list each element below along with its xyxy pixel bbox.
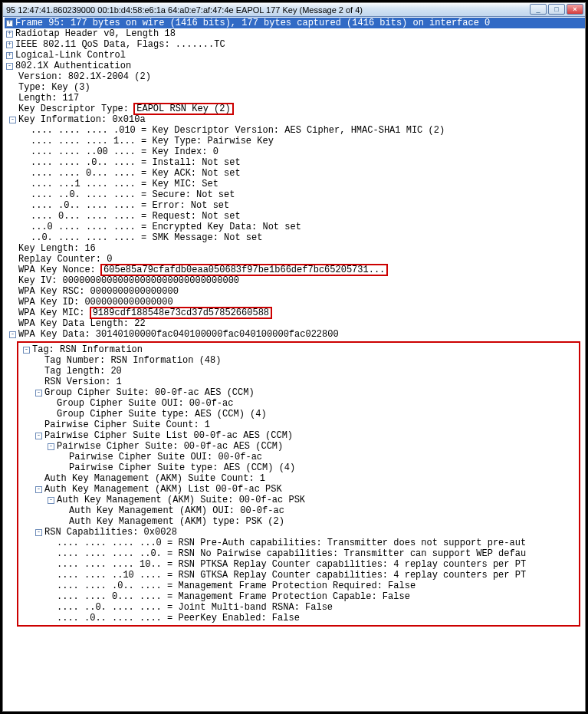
expand-icon[interactable]: + — [6, 52, 13, 59]
window-title: 95 12:47:41.860239000 00:1b:d4:58:e6:1a … — [6, 5, 363, 15]
bitfield-row[interactable]: .... ..0. .... .... = Joint Multi-band R… — [18, 602, 579, 613]
bitfield-row[interactable]: ..0. .... .... .... = SMK Message: Not s… — [5, 232, 585, 243]
bitfield-row[interactable]: .... 0... .... .... = Request: Not set — [5, 211, 585, 222]
bitfield-row[interactable]: .... ..0. .... .... = Secure: Not set — [5, 189, 585, 200]
bitfield-row[interactable]: .... .0.. .... .... = Error: Not set — [5, 200, 585, 211]
field-row[interactable]: Version: 802.1X-2004 (2) — [5, 71, 585, 82]
packet-tree[interactable]: +Frame 95: 177 bytes on wire (1416 bits)… — [3, 17, 585, 711]
field-row[interactable]: Auth Key Management (AKM) OUI: 00-0f-ac — [18, 505, 579, 516]
field-row[interactable]: Auth Key Management (AKM) type: PSK (2) — [18, 516, 579, 527]
frame-text: Frame 95: 177 bytes on wire (1416 bits),… — [15, 18, 490, 28]
keydata-row[interactable]: -WPA Key Data: 30140100000fac040100000fa… — [5, 329, 585, 340]
key-descriptor-value: EAPOL RSN Key (2) — [134, 104, 232, 114]
bitfield-row[interactable]: .... .... .... .010 = Key Descriptor Ver… — [5, 125, 585, 136]
nonce-row[interactable]: WPA Key Nonce: 605e85a79cfafdb0eaa050683… — [5, 265, 585, 275]
collapse-icon[interactable]: - — [23, 347, 30, 354]
bitfield-row[interactable]: .... .0.. .... .... = PeerKey Enabled: F… — [18, 613, 579, 624]
field-row[interactable]: Pairwise Cipher Suite type: AES (CCM) (4… — [18, 462, 579, 473]
field-row[interactable]: Group Cipher Suite OUI: 00-0f-ac — [18, 398, 579, 409]
bitfield-row[interactable]: .... .... .0.. .... = Install: Not set — [5, 157, 585, 168]
bitfield-row[interactable]: ...0 .... .... .... = Encrypted Key Data… — [5, 222, 585, 232]
bitfield-row[interactable]: .... .... .... ..0. = RSN No Pairwise ca… — [18, 548, 579, 559]
key-descriptor-row[interactable]: Key Descriptor Type: EAPOL RSN Key (2) — [5, 104, 585, 114]
field-row[interactable]: Pairwise Cipher Suite Count: 1 — [18, 420, 579, 430]
collapse-icon[interactable]: - — [35, 433, 42, 439]
field-row[interactable]: Tag Number: RSN Information (48) — [18, 355, 579, 366]
collapse-icon[interactable]: - — [9, 117, 16, 123]
rsn-tag-row[interactable]: -Tag: RSN Information — [18, 344, 579, 355]
field-row[interactable]: Key IV: 00000000000000000000000000000000 — [5, 275, 585, 286]
bitfield-row[interactable]: .... ...1 .... .... = Key MIC: Set — [5, 179, 585, 189]
collapse-icon[interactable]: - — [48, 497, 54, 504]
field-row[interactable]: RSN Version: 1 — [18, 377, 579, 387]
bitfield-row[interactable]: .... .... ..00 .... = Key Index: 0 — [5, 146, 585, 157]
rsn-highlight-box: -Tag: RSN Information Tag Number: RSN In… — [17, 341, 580, 627]
collapse-icon[interactable]: - — [35, 529, 42, 536]
collapse-icon[interactable]: - — [6, 63, 13, 70]
field-row[interactable]: Replay Counter: 0 — [5, 254, 585, 265]
collapse-icon[interactable]: - — [35, 390, 42, 396]
bitfield-row[interactable]: .... .... .... 10.. = RSN PTKSA Replay C… — [18, 559, 579, 570]
akm-row[interactable]: -Auth Key Management (AKM) Suite: 00-0f-… — [18, 495, 579, 505]
minimize-button[interactable]: _ — [530, 4, 547, 15]
field-row[interactable]: Group Cipher Suite type: AES (CCM) (4) — [18, 409, 579, 420]
collapse-icon[interactable]: - — [35, 486, 42, 493]
expand-icon[interactable]: + — [6, 41, 13, 48]
bitfield-row[interactable]: .... .... 0... .... = Key ACK: Not set — [5, 168, 585, 179]
field-row[interactable]: WPA Key Data Length: 22 — [5, 318, 585, 329]
collapse-icon[interactable]: - — [48, 443, 54, 450]
rsn-cap-row[interactable]: -RSN Capabilities: 0x0028 — [18, 527, 579, 538]
bitfield-row[interactable]: .... .... .... ...0 = RSN Pre-Auth capab… — [18, 538, 579, 548]
field-row[interactable]: Key Length: 16 — [5, 243, 585, 254]
field-row[interactable]: WPA Key RSC: 0000000000000000 — [5, 286, 585, 297]
mic-row[interactable]: WPA Key MIC: 9189cdf188548e73cd37d578526… — [5, 308, 585, 318]
window-titlebar[interactable]: 95 12:47:41.860239000 00:1b:d4:58:e6:1a … — [3, 3, 585, 17]
ieee-row[interactable]: +IEEE 802.11 QoS Data, Flags: .......TC — [5, 39, 585, 50]
field-row[interactable]: Pairwise Cipher Suite OUI: 00-0f-ac — [18, 452, 579, 462]
frame-row[interactable]: +Frame 95: 177 bytes on wire (1416 bits)… — [5, 18, 585, 28]
bitfield-row[interactable]: .... .... .0.. .... = Management Frame P… — [18, 581, 579, 591]
akm-list-row[interactable]: -Auth Key Management (AKM) List 00-0f-ac… — [18, 484, 579, 495]
field-row[interactable]: Length: 117 — [5, 93, 585, 104]
radiotap-row[interactable]: +Radiotap Header v0, Length 18 — [5, 28, 585, 39]
close-button[interactable]: × — [567, 4, 583, 15]
gcs-row[interactable]: -Group Cipher Suite: 00-0f-ac AES (CCM) — [18, 387, 579, 398]
field-row[interactable]: Auth Key Management (AKM) Suite Count: 1 — [18, 473, 579, 484]
bitfield-row[interactable]: .... .... 0... .... = Management Frame P… — [18, 591, 579, 602]
expand-icon[interactable]: + — [6, 20, 13, 27]
field-row[interactable]: WPA Key ID: 0000000000000000 — [5, 297, 585, 308]
expand-icon[interactable]: + — [6, 31, 13, 38]
mic-value: 9189cdf188548e73cd37d57852660588 — [90, 308, 271, 318]
field-row[interactable]: Tag length: 20 — [18, 366, 579, 377]
maximize-button[interactable]: □ — [548, 4, 565, 15]
keyinfo-row[interactable]: -Key Information: 0x010a — [5, 114, 585, 125]
pcs-list-row[interactable]: -Pairwise Cipher Suite List 00-0f-ac AES… — [18, 430, 579, 441]
auth-row[interactable]: -802.1X Authentication — [5, 61, 585, 71]
bitfield-row[interactable]: .... .... ..10 .... = RSN GTKSA Replay C… — [18, 570, 579, 581]
field-row[interactable]: Type: Key (3) — [5, 82, 585, 93]
collapse-icon[interactable]: - — [9, 331, 16, 338]
nonce-value: 605e85a79cfafdb0eaa050683f97be1b66def7bc… — [101, 265, 387, 275]
llc-row[interactable]: +Logical-Link Control — [5, 50, 585, 61]
bitfield-row[interactable]: .... .... .... 1... = Key Type: Pairwise… — [5, 136, 585, 146]
pcs-row[interactable]: -Pairwise Cipher Suite: 00-0f-ac AES (CC… — [18, 441, 579, 452]
